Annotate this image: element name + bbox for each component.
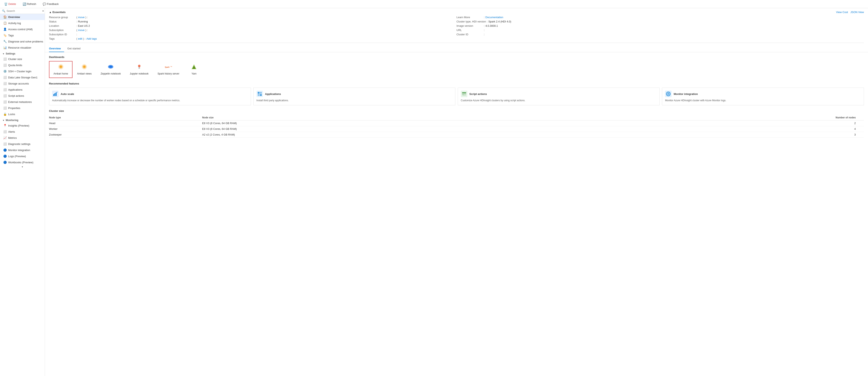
essentials-image-version-row: Image version : 4.0.3000.1 <box>457 24 864 27</box>
sidebar-item-resource-visualizer[interactable]: 📊 Resource visualizer <box>0 44 45 51</box>
spark-history-icon: Spark TM <box>165 64 172 71</box>
locks-icon: 🔒 <box>3 113 6 116</box>
add-tags-link[interactable]: Add tags <box>86 37 97 40</box>
json-view-link[interactable]: JSON View <box>850 11 864 14</box>
essentials-grid: Resource group (move) : Status : Running… <box>49 16 864 43</box>
settings-section-header[interactable]: ▼ Settings <box>0 51 45 56</box>
sidebar-item-ssh-login[interactable]: ⚙️ SSH + Cluster login <box>0 68 45 74</box>
dashboard-jupyter[interactable]: Jupyter notebook <box>125 61 153 78</box>
yarn-icon <box>191 64 197 71</box>
essentials-subscription-row: Subscription (move) : <box>49 29 457 32</box>
activity-log-icon: 📋 <box>3 22 6 25</box>
sidebar-item-access-control[interactable]: 👤 Access control (IAM) <box>0 26 45 32</box>
monitor-integration-card-icon <box>665 91 672 97</box>
sidebar-scroll-down[interactable]: ▼ <box>0 165 45 168</box>
essentials-location-row: Location : East US 2 <box>49 24 457 27</box>
data-lake-icon: ⬜ <box>3 76 6 79</box>
view-cost-link[interactable]: View Cost <box>836 11 848 14</box>
essentials-title: ▲ Essentials <box>49 11 66 14</box>
monitoring-chevron-icon: ▼ <box>2 119 4 121</box>
sidebar-item-activity-log[interactable]: 📋 Activity log <box>0 20 45 26</box>
quota-limits-icon: ⬜ <box>3 63 6 67</box>
sidebar-item-diagnostic-settings[interactable]: ⬜ Diagnostic settings <box>0 141 45 147</box>
zeppelin-icon <box>108 64 114 71</box>
svg-rect-24 <box>462 92 466 93</box>
script-actions-card-icon: >_ <box>461 91 467 97</box>
script-actions-icon: ⬜ <box>3 94 6 97</box>
essentials-url-row: URL : <box>457 29 864 32</box>
sidebar: 🔍 ✕ ◀ 🏠 Overview 📋 Activity log 👤 Access… <box>0 8 45 376</box>
sidebar-item-applications[interactable]: ⬜ Applications <box>0 87 45 93</box>
row-zookeeper-type: Zookeeper <box>49 132 202 137</box>
sidebar-item-metrics[interactable]: 📈 Metrics <box>0 135 45 141</box>
svg-point-9 <box>138 67 140 69</box>
sidebar-item-insights[interactable]: 📍 Insights (Preview) <box>0 123 45 129</box>
delete-button[interactable]: 🗑️ Delete <box>2 2 18 6</box>
feature-card-monitor-integration[interactable]: Monitor integration Monitor Azure HDInsi… <box>662 88 864 105</box>
insights-icon: 📍 <box>3 124 6 127</box>
applications-card-icon <box>256 91 263 97</box>
essentials-left-col: Resource group (move) : Status : Running… <box>49 16 457 40</box>
subscription-move-link[interactable]: move <box>78 29 85 32</box>
essentials-right-col: Learn More : Documentation Cluster type,… <box>457 16 864 40</box>
essentials-learn-more-row: Learn More : Documentation <box>457 16 864 19</box>
row-worker-nodes: 4 <box>578 126 864 132</box>
sidebar-item-script-actions[interactable]: ⬜ Script actions <box>0 93 45 99</box>
sidebar-item-monitor-integration[interactable]: 🔵 Monitor integration <box>0 147 45 153</box>
ambari-views-icon <box>82 64 87 71</box>
essentials-status-row: Status : Running <box>49 20 457 23</box>
sidebar-item-alerts[interactable]: ⬜ Alerts <box>0 129 45 135</box>
sidebar-item-locks[interactable]: 🔒 Locks <box>0 111 45 117</box>
search-icon: 🔍 <box>2 9 5 12</box>
feature-card-auto-scale[interactable]: Auto scale Automatically increase or dec… <box>49 88 251 105</box>
storage-accounts-icon: ⬜ <box>3 82 6 85</box>
monitoring-section-header[interactable]: ▼ Monitoring <box>0 117 45 123</box>
sidebar-item-external-metastores[interactable]: ⬜ External metastores <box>0 99 45 105</box>
metrics-icon: 📈 <box>3 136 6 139</box>
overview-icon: 🏠 <box>3 15 6 19</box>
sidebar-search-container: 🔍 ✕ ◀ <box>0 8 45 14</box>
resource-visualizer-icon: 📊 <box>3 46 6 49</box>
sidebar-item-logs[interactable]: 🔵 Logs (Preview) <box>0 153 45 159</box>
close-icon[interactable]: ✕ <box>42 9 44 12</box>
tab-overview[interactable]: Overview <box>49 45 64 52</box>
essentials-chevron-icon: ▲ <box>49 11 52 14</box>
documentation-link[interactable]: Documentation <box>485 16 503 19</box>
dashboard-zeppelin[interactable]: Zeppelin notebook <box>96 61 125 78</box>
sidebar-item-tags[interactable]: 🏷️ Tags <box>0 32 45 38</box>
dashboard-spark-history[interactable]: Spark TM Spark history server <box>153 61 184 78</box>
sidebar-item-diagnose[interactable]: 🔧 Diagnose and solve problems <box>0 38 45 44</box>
sidebar-item-data-lake[interactable]: ⬜ Data Lake Storage Gen1 <box>0 74 45 81</box>
sidebar-item-cluster-size[interactable]: ⬜ Cluster size <box>0 56 45 62</box>
ssh-icon: ⚙️ <box>3 70 6 73</box>
access-control-icon: 👤 <box>3 28 6 31</box>
sidebar-item-overview[interactable]: 🏠 Overview <box>0 14 45 20</box>
search-input[interactable] <box>6 9 41 12</box>
delete-icon: 🗑️ <box>4 2 7 6</box>
feature-card-applications[interactable]: Applications Install third party applica… <box>253 88 455 105</box>
sidebar-item-storage-accounts[interactable]: ⬜ Storage accounts <box>0 81 45 87</box>
cluster-size-icon: ⬜ <box>3 57 6 61</box>
tags-edit-link[interactable]: edit <box>78 37 82 40</box>
feedback-button[interactable]: 💬 Feedback <box>41 2 60 6</box>
row-head-size: E8 V3 (8 Cores, 64 GB RAM) <box>202 120 578 126</box>
tabs-bar: Overview Get started <box>45 45 868 52</box>
auto-scale-icon <box>52 91 59 97</box>
tab-get-started[interactable]: Get started <box>67 45 84 52</box>
svg-rect-20 <box>260 92 262 94</box>
row-zookeeper-size: A2 v2 (2 Cores, 4 GB RAM) <box>202 132 578 137</box>
table-row: Head E8 V3 (8 Cores, 64 GB RAM) 2 <box>49 120 864 126</box>
applications-icon: ⬜ <box>3 88 6 91</box>
sidebar-item-properties[interactable]: ⬜ Properties <box>0 105 45 111</box>
refresh-button[interactable]: 🔄 Refresh <box>21 2 38 6</box>
dashboard-yarn[interactable]: Yarn <box>184 61 204 78</box>
dashboard-ambari-home[interactable]: Ambari home <box>49 61 72 78</box>
properties-icon: ⬜ <box>3 106 6 109</box>
row-head-type: Head <box>49 120 202 126</box>
sidebar-item-quota-limits[interactable]: ⬜ Quota limits <box>0 62 45 68</box>
sidebar-item-workbooks[interactable]: 🔵 Workbooks (Preview) <box>0 159 45 165</box>
essentials-tags-row: Tags (edit) : Add tags <box>49 37 457 40</box>
dashboard-ambari-views[interactable]: Ambari views <box>72 61 96 78</box>
resource-group-move-link[interactable]: move <box>78 16 85 19</box>
feature-card-script-actions[interactable]: >_ Script actions Customize Azure HDInsi… <box>458 88 660 105</box>
